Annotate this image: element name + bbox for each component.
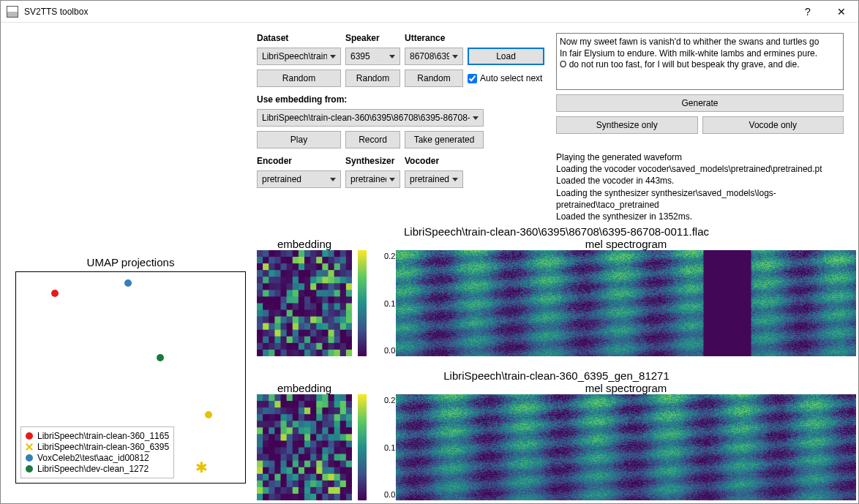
embedding-heatmap-1 [257, 250, 352, 356]
close-button[interactable]: ✕ [825, 1, 858, 23]
label-synthesizer: Synthesizer [345, 156, 400, 166]
chevron-down-icon [330, 55, 336, 59]
legend-item: LibriSpeech\train-clean-360_6395 [37, 442, 169, 452]
text-input[interactable] [556, 33, 844, 90]
legend-item: LibriSpeech\train-clean-360_1165 [37, 431, 169, 441]
label-utterance: Utterance [405, 33, 463, 43]
legend-item: VoxCeleb2\test\aac_id00812 [37, 453, 149, 463]
help-button[interactable]: ? [791, 1, 825, 23]
umap-canvas: ✱ LibriSpeech\train-clean-360_1165 Libri… [15, 271, 246, 484]
titlebar: SV2TTS toolbox ? ✕ [1, 1, 858, 23]
chevron-down-icon [452, 55, 458, 59]
auto-select-next-checkbox[interactable]: Auto select next [468, 73, 544, 83]
chevron-down-icon [330, 178, 336, 181]
label-vocoder: Vocoder [405, 156, 463, 166]
umap-highlight-icon: ✱ [195, 461, 209, 474]
umap-point [51, 290, 59, 297]
mel-spectrogram-1 [396, 250, 856, 356]
random-dataset-button[interactable]: Random [257, 69, 341, 87]
colorbar-ticks-2: 0.2 0.1 0.0 [381, 394, 396, 500]
synthesize-only-button[interactable]: Synthesize only [556, 116, 698, 134]
mel-spectrogram-2 [396, 394, 856, 500]
label-encoder: Encoder [257, 156, 341, 166]
chevron-down-icon [452, 178, 458, 181]
take-generated-button[interactable]: Take generated [405, 131, 484, 148]
window-title: SV2TTS toolbox [24, 7, 791, 17]
umap-plot: UMAP projections ✱ LibriSpeech\train-cle… [15, 256, 246, 484]
utterance-select[interactable]: 86708\6395 [405, 48, 463, 65]
legend-item: LibriSpeech\dev-clean_1272 [37, 464, 149, 474]
embedding-heatmap-2 [257, 394, 352, 500]
synthesizer-select[interactable]: pretrained [345, 170, 400, 188]
play-button[interactable]: Play [257, 131, 341, 148]
umap-legend: LibriSpeech\train-clean-360_1165 LibriSp… [20, 426, 174, 478]
chevron-down-icon [389, 55, 395, 59]
random-utterance-button[interactable]: Random [405, 69, 463, 87]
spectrogram-title-1: mel spectrogram [396, 238, 856, 250]
umap-point [205, 411, 212, 418]
encoder-select[interactable]: pretrained [257, 170, 341, 188]
vocode-only-button[interactable]: Vocode only [702, 116, 844, 134]
speaker-select[interactable]: 6395 [345, 48, 400, 65]
chevron-down-icon [473, 116, 479, 120]
colorbar-ticks-1: 0.2 0.1 0.0 [381, 250, 396, 356]
load-button[interactable]: Load [468, 48, 544, 65]
embedding-select[interactable]: LibriSpeech\train-clean-360\6395\86708\6… [257, 109, 484, 127]
label-use-embedding: Use embedding from: [257, 94, 544, 105]
umap-point [124, 279, 132, 287]
spectrogram-title-2: mel spectrogram [396, 382, 856, 394]
auto-select-next-input[interactable] [468, 74, 477, 83]
file-title-2: LibriSpeech\train-clean-360_6395_gen_812… [257, 369, 856, 382]
embedding-title-2: embedding [257, 382, 352, 394]
label-dataset: Dataset [257, 33, 341, 43]
app-icon [7, 6, 18, 18]
umap-title: UMAP projections [15, 256, 246, 268]
label-speaker: Speaker [345, 33, 400, 43]
record-button[interactable]: Record [345, 131, 400, 148]
umap-point [157, 354, 164, 361]
random-speaker-button[interactable]: Random [345, 69, 400, 87]
vocoder-select[interactable]: pretrained [405, 170, 463, 188]
colorbar-1 [358, 250, 367, 356]
colorbar-2 [358, 394, 367, 500]
file-title-1: LibriSpeech\train-clean-360\6395\86708\6… [257, 225, 856, 238]
embedding-title-1: embedding [257, 238, 352, 250]
generate-button[interactable]: Generate [556, 94, 844, 112]
log-output: Playing the generated waveform Loading t… [556, 151, 856, 222]
chevron-down-icon [389, 178, 395, 181]
dataset-select[interactable]: LibriSpeech\train-cle [257, 48, 341, 65]
